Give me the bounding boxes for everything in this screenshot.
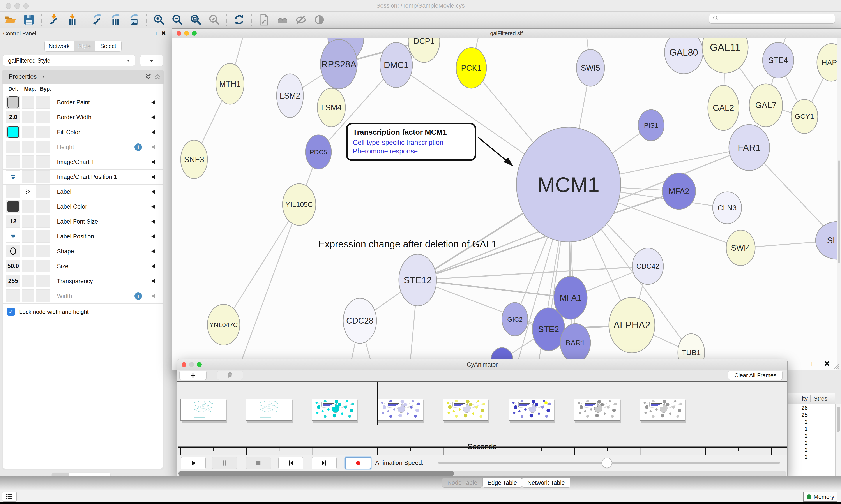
mapping-cell[interactable] (22, 170, 34, 183)
export-network-icon[interactable] (90, 13, 104, 26)
mapping-cell[interactable] (22, 156, 34, 168)
animation-speed-slider[interactable] (438, 462, 780, 464)
close-panel-icon[interactable]: ✖ (824, 360, 830, 367)
property-row-transparency[interactable]: 255Transparency (3, 274, 163, 289)
close-panel-icon[interactable]: ✖ (161, 30, 166, 37)
bypass-cell[interactable] (36, 111, 50, 124)
table-column-stress[interactable]: Stres (810, 393, 827, 404)
maximize-window-icon[interactable] (197, 362, 202, 367)
default-value-cell[interactable]: 255 (6, 274, 20, 287)
property-row-height[interactable]: Heighti (3, 140, 163, 155)
network-node-CLN3[interactable]: CLN3 (713, 192, 741, 224)
network-node-CDC42[interactable]: CDC42 (632, 248, 663, 284)
tab-node-table[interactable]: Node Table (442, 478, 482, 488)
default-value-cell[interactable] (6, 170, 20, 183)
network-node-YNL047C[interactable]: YNL047C (208, 304, 240, 345)
tab-select[interactable]: Select (95, 41, 121, 51)
property-row-label-position[interactable]: Label Position (3, 229, 163, 244)
bypass-cell[interactable] (36, 126, 50, 138)
pause-button[interactable] (212, 457, 237, 469)
skip-end-button[interactable] (312, 457, 337, 469)
bypass-cell[interactable] (36, 170, 50, 183)
default-value-cell[interactable]: 50.0 (6, 260, 20, 272)
color-swatch[interactable] (7, 96, 19, 108)
property-row-border-width[interactable]: 2.0Border Width (3, 110, 163, 125)
expand-property-icon[interactable] (151, 190, 155, 194)
mapping-cell[interactable] (22, 126, 34, 138)
network-node-GAL11[interactable]: GAL11 (702, 38, 748, 73)
property-row-shape[interactable]: Shape (3, 244, 163, 259)
network-node-DCP1[interactable]: DCP1 (408, 38, 440, 62)
property-row-label[interactable]: Label (3, 184, 163, 199)
timeline-frame-1[interactable] (180, 399, 226, 421)
scrollbar-thumb[interactable] (179, 471, 454, 476)
memory-button[interactable]: Memory (803, 492, 838, 502)
network-node-MFA2[interactable]: MFA2 (662, 173, 696, 209)
bypass-cell[interactable] (36, 96, 50, 109)
network-node-YIL105C[interactable]: YIL105C (283, 184, 316, 225)
expand-property-icon[interactable] (151, 115, 155, 120)
property-row-image-chart-1[interactable]: Image/Chart 1 (3, 155, 163, 170)
bypass-cell[interactable] (36, 289, 50, 302)
export-image-icon[interactable] (127, 13, 141, 26)
expand-property-icon[interactable] (151, 130, 155, 134)
bypass-cell[interactable] (36, 245, 50, 257)
maximize-window-icon[interactable] (192, 31, 197, 36)
network-node-SWI4[interactable]: SWI4 (726, 230, 755, 266)
table-cell-value[interactable]: 25 (788, 411, 808, 418)
record-button[interactable] (345, 457, 371, 469)
delete-frame-button[interactable] (217, 371, 243, 380)
timeline-frame-4[interactable] (377, 399, 423, 421)
table-cell-value[interactable]: 2 (788, 453, 808, 461)
property-row-image-chart-position-1[interactable]: Image/Chart Position 1 (3, 169, 163, 184)
table-vertical-scrollbar[interactable] (835, 404, 841, 476)
lock-node-size-checkbox[interactable]: ✓ (7, 308, 15, 316)
network-node-LSM4[interactable]: LSM4 (317, 88, 345, 127)
table-cell-value[interactable]: 2 (788, 418, 808, 426)
expand-property-icon[interactable] (151, 175, 155, 179)
zoom-in-icon[interactable] (152, 13, 166, 26)
property-row-label-font-size[interactable]: 12Label Font Size (3, 214, 163, 229)
slider-thumb[interactable] (602, 458, 612, 468)
mapping-cell[interactable] (22, 111, 34, 124)
annotation-file-icon[interactable] (257, 13, 271, 26)
table-cell-value[interactable]: 1 (788, 426, 808, 432)
mapping-cell[interactable] (22, 185, 34, 198)
network-node-PIS1[interactable]: PIS1 (638, 110, 664, 141)
timeline-frame-3[interactable] (312, 399, 357, 421)
search-input[interactable] (719, 15, 835, 22)
mapping-cell[interactable] (22, 245, 34, 257)
bypass-cell[interactable] (36, 260, 50, 272)
default-value-cell[interactable]: 2.0 (6, 111, 20, 124)
expand-property-icon[interactable] (151, 249, 155, 254)
style-selector[interactable]: galFiltered Style (3, 55, 135, 66)
network-node-GAL2[interactable]: GAL2 (708, 85, 739, 130)
tab-style[interactable]: Style (74, 41, 95, 51)
network-node-GAL7[interactable]: GAL7 (749, 84, 783, 127)
network-node-GAL80[interactable]: GAL80 (664, 38, 703, 74)
expand-property-icon[interactable] (151, 279, 155, 283)
network-node-MCM1[interactable]: MCM1 (516, 127, 621, 242)
zoom-fit-icon[interactable] (189, 13, 202, 26)
default-value-cell[interactable] (6, 126, 20, 138)
close-window-icon[interactable] (182, 362, 186, 367)
network-node-RPS28A[interactable]: RPS28A (320, 39, 357, 89)
expand-property-icon[interactable] (151, 100, 155, 105)
expand-property-icon[interactable] (151, 264, 155, 268)
default-value-cell[interactable] (6, 141, 20, 153)
save-session-icon[interactable] (22, 13, 36, 26)
hide-graphics-icon[interactable] (294, 13, 308, 26)
import-network-icon[interactable] (47, 13, 61, 26)
network-node-GCY1[interactable]: GCY1 (791, 100, 818, 133)
network-node-CDC28[interactable]: CDC28 (343, 298, 376, 343)
open-folder-icon[interactable] (4, 13, 17, 26)
network-node-MTH1[interactable]: MTH1 (216, 64, 244, 104)
scrollbar-thumb[interactable] (837, 407, 840, 432)
minimize-window-icon[interactable] (184, 31, 189, 36)
maximize-window-icon[interactable] (23, 3, 29, 9)
cyanimator-timeline[interactable]: 0123456789 Seconds (177, 382, 787, 455)
search-box[interactable] (709, 14, 835, 24)
tab-edge-table[interactable]: Edge Table (482, 478, 522, 488)
bypass-cell[interactable] (36, 215, 50, 228)
clear-all-frames-button[interactable]: Clear All Frames (728, 371, 783, 380)
